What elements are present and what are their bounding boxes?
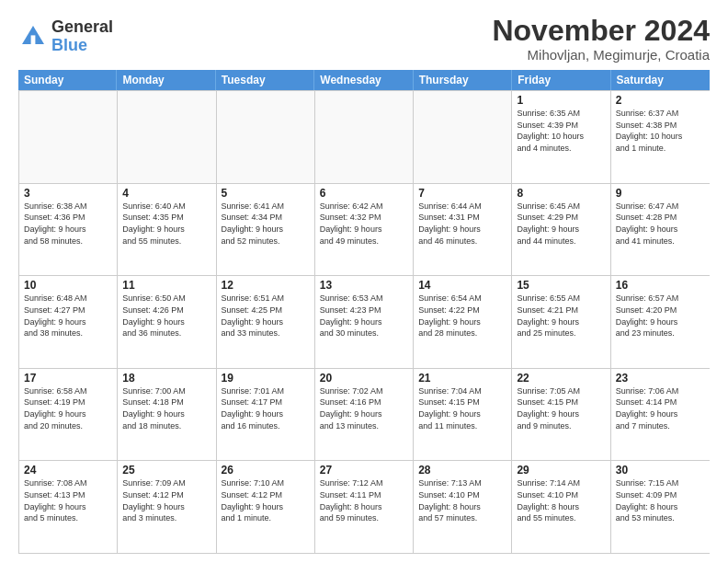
day-number: 13: [320, 279, 408, 292]
day-info: Sunrise: 7:00 AM Sunset: 4:18 PM Dayligh…: [122, 385, 210, 431]
title-block: November 2024 Mihovljan, Megimurje, Croa…: [492, 15, 710, 63]
calendar-row: 3Sunrise: 6:38 AM Sunset: 4:36 PM Daylig…: [19, 183, 710, 276]
calendar-cell: 9Sunrise: 6:47 AM Sunset: 4:28 PM Daylig…: [611, 184, 710, 276]
day-number: 14: [418, 279, 506, 292]
page-title: November 2024: [492, 15, 710, 47]
logo-blue-text: Blue: [51, 37, 113, 55]
day-number: 24: [24, 464, 112, 477]
calendar-cell: 19Sunrise: 7:01 AM Sunset: 4:17 PM Dayli…: [217, 369, 315, 461]
calendar-cell: 21Sunrise: 7:04 AM Sunset: 4:15 PM Dayli…: [414, 369, 512, 461]
page-subtitle: Mihovljan, Megimurje, Croatia: [492, 47, 710, 63]
calendar-cell: [414, 91, 512, 183]
header: General Blue November 2024 Mihovljan, Me…: [18, 15, 710, 63]
day-number: 27: [320, 464, 408, 477]
calendar-cell: 6Sunrise: 6:42 AM Sunset: 4:32 PM Daylig…: [315, 184, 414, 276]
calendar-cell: 10Sunrise: 6:48 AM Sunset: 4:27 PM Dayli…: [19, 276, 118, 368]
day-number: 16: [616, 279, 705, 292]
day-info: Sunrise: 6:57 AM Sunset: 4:20 PM Dayligh…: [616, 293, 705, 339]
day-info: Sunrise: 6:44 AM Sunset: 4:31 PM Dayligh…: [418, 201, 506, 247]
day-number: 25: [122, 464, 210, 477]
day-info: Sunrise: 6:41 AM Sunset: 4:34 PM Dayligh…: [222, 201, 310, 247]
day-number: 18: [122, 372, 210, 385]
calendar-header: SundayMondayTuesdayWednesdayThursdayFrid…: [18, 70, 710, 90]
calendar-header-cell: Saturday: [611, 70, 710, 90]
calendar-cell: [118, 91, 216, 183]
calendar-header-cell: Sunday: [18, 70, 117, 90]
day-info: Sunrise: 6:58 AM Sunset: 4:19 PM Dayligh…: [24, 385, 112, 431]
calendar-cell: 17Sunrise: 6:58 AM Sunset: 4:19 PM Dayli…: [19, 369, 118, 461]
calendar-cell: 28Sunrise: 7:13 AM Sunset: 4:10 PM Dayli…: [414, 461, 512, 553]
calendar-cell: 14Sunrise: 6:54 AM Sunset: 4:22 PM Dayli…: [414, 276, 512, 368]
day-number: 11: [122, 279, 210, 292]
day-number: 23: [616, 372, 705, 385]
day-info: Sunrise: 7:04 AM Sunset: 4:15 PM Dayligh…: [418, 385, 506, 431]
calendar-cell: 27Sunrise: 7:12 AM Sunset: 4:11 PM Dayli…: [315, 461, 414, 553]
calendar-cell: 13Sunrise: 6:53 AM Sunset: 4:23 PM Dayli…: [315, 276, 414, 368]
calendar-cell: 16Sunrise: 6:57 AM Sunset: 4:20 PM Dayli…: [611, 276, 710, 368]
calendar-cell: [217, 91, 315, 183]
calendar: SundayMondayTuesdayWednesdayThursdayFrid…: [18, 70, 710, 554]
calendar-cell: 26Sunrise: 7:10 AM Sunset: 4:12 PM Dayli…: [217, 461, 315, 553]
calendar-cell: 22Sunrise: 7:05 AM Sunset: 4:15 PM Dayli…: [512, 369, 610, 461]
day-info: Sunrise: 7:09 AM Sunset: 4:12 PM Dayligh…: [122, 477, 210, 523]
day-info: Sunrise: 6:51 AM Sunset: 4:25 PM Dayligh…: [222, 293, 310, 339]
calendar-cell: 8Sunrise: 6:45 AM Sunset: 4:29 PM Daylig…: [512, 184, 610, 276]
calendar-body: 1Sunrise: 6:35 AM Sunset: 4:39 PM Daylig…: [18, 90, 710, 554]
calendar-cell: [315, 91, 414, 183]
day-number: 30: [616, 464, 705, 477]
day-info: Sunrise: 6:45 AM Sunset: 4:29 PM Dayligh…: [517, 201, 605, 247]
calendar-header-cell: Wednesday: [314, 70, 413, 90]
day-info: Sunrise: 6:50 AM Sunset: 4:26 PM Dayligh…: [122, 293, 210, 339]
calendar-header-cell: Thursday: [414, 70, 512, 90]
day-number: 8: [517, 187, 605, 200]
day-number: 7: [418, 187, 506, 200]
svg-rect-1: [31, 35, 36, 44]
day-info: Sunrise: 7:05 AM Sunset: 4:15 PM Dayligh…: [517, 385, 605, 431]
day-number: 20: [320, 372, 408, 385]
day-info: Sunrise: 6:47 AM Sunset: 4:28 PM Dayligh…: [616, 201, 705, 247]
calendar-cell: 24Sunrise: 7:08 AM Sunset: 4:13 PM Dayli…: [19, 461, 118, 553]
calendar-cell: 25Sunrise: 7:09 AM Sunset: 4:12 PM Dayli…: [118, 461, 216, 553]
calendar-cell: 12Sunrise: 6:51 AM Sunset: 4:25 PM Dayli…: [217, 276, 315, 368]
calendar-cell: 23Sunrise: 7:06 AM Sunset: 4:14 PM Dayli…: [611, 369, 710, 461]
calendar-cell: [19, 91, 118, 183]
day-info: Sunrise: 7:10 AM Sunset: 4:12 PM Dayligh…: [222, 477, 310, 523]
calendar-cell: 11Sunrise: 6:50 AM Sunset: 4:26 PM Dayli…: [118, 276, 216, 368]
day-info: Sunrise: 7:01 AM Sunset: 4:17 PM Dayligh…: [222, 385, 310, 431]
day-number: 29: [517, 464, 605, 477]
day-info: Sunrise: 6:48 AM Sunset: 4:27 PM Dayligh…: [24, 293, 112, 339]
calendar-cell: 4Sunrise: 6:40 AM Sunset: 4:35 PM Daylig…: [118, 184, 216, 276]
day-info: Sunrise: 6:42 AM Sunset: 4:32 PM Dayligh…: [320, 201, 408, 247]
day-info: Sunrise: 7:02 AM Sunset: 4:16 PM Dayligh…: [320, 385, 408, 431]
calendar-header-cell: Tuesday: [216, 70, 314, 90]
calendar-cell: 7Sunrise: 6:44 AM Sunset: 4:31 PM Daylig…: [414, 184, 512, 276]
calendar-cell: 18Sunrise: 7:00 AM Sunset: 4:18 PM Dayli…: [118, 369, 216, 461]
day-number: 28: [418, 464, 506, 477]
day-number: 3: [24, 187, 112, 200]
logo: General Blue: [18, 18, 113, 55]
day-number: 6: [320, 187, 408, 200]
calendar-cell: 2Sunrise: 6:37 AM Sunset: 4:38 PM Daylig…: [611, 91, 710, 183]
calendar-header-cell: Friday: [512, 70, 610, 90]
day-info: Sunrise: 7:15 AM Sunset: 4:09 PM Dayligh…: [616, 477, 705, 523]
day-number: 2: [616, 94, 705, 107]
day-number: 15: [517, 279, 605, 292]
day-number: 17: [24, 372, 112, 385]
day-info: Sunrise: 6:53 AM Sunset: 4:23 PM Dayligh…: [320, 293, 408, 339]
day-number: 26: [222, 464, 310, 477]
calendar-cell: 20Sunrise: 7:02 AM Sunset: 4:16 PM Dayli…: [315, 369, 414, 461]
day-info: Sunrise: 7:12 AM Sunset: 4:11 PM Dayligh…: [320, 477, 408, 523]
calendar-header-cell: Monday: [117, 70, 215, 90]
calendar-cell: 5Sunrise: 6:41 AM Sunset: 4:34 PM Daylig…: [217, 184, 315, 276]
day-number: 22: [517, 372, 605, 385]
calendar-cell: 15Sunrise: 6:55 AM Sunset: 4:21 PM Dayli…: [512, 276, 610, 368]
logo-general-text: General: [51, 18, 113, 37]
day-number: 21: [418, 372, 506, 385]
calendar-cell: 29Sunrise: 7:14 AM Sunset: 4:10 PM Dayli…: [512, 461, 610, 553]
day-number: 9: [616, 187, 705, 200]
calendar-cell: 30Sunrise: 7:15 AM Sunset: 4:09 PM Dayli…: [611, 461, 710, 553]
logo-text: General Blue: [51, 18, 113, 55]
day-number: 5: [222, 187, 310, 200]
calendar-row: 10Sunrise: 6:48 AM Sunset: 4:27 PM Dayli…: [19, 275, 710, 368]
day-info: Sunrise: 6:35 AM Sunset: 4:39 PM Dayligh…: [517, 108, 605, 154]
